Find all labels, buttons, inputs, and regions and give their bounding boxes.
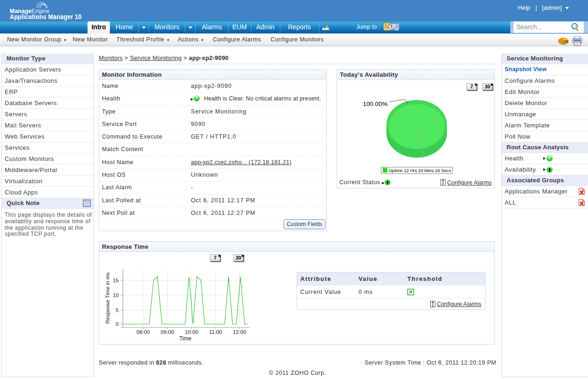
svg-text:5: 5 xyxy=(116,307,119,313)
svg-text:Time: Time xyxy=(179,335,192,342)
svg-text:15: 15 xyxy=(113,278,119,283)
svg-text:12:00: 12:00 xyxy=(233,329,246,335)
svg-text:09:00: 09:00 xyxy=(161,329,174,335)
svg-text:Response Time in ms: Response Time in ms xyxy=(105,272,110,324)
svg-text:100.00%: 100.00% xyxy=(363,100,387,107)
svg-text:0: 0 xyxy=(116,321,119,327)
svg-text:08:00: 08:00 xyxy=(136,329,150,335)
svg-text:10:00: 10:00 xyxy=(185,329,198,335)
svg-text:10: 10 xyxy=(113,293,119,298)
svg-text:11:00: 11:00 xyxy=(209,329,222,335)
